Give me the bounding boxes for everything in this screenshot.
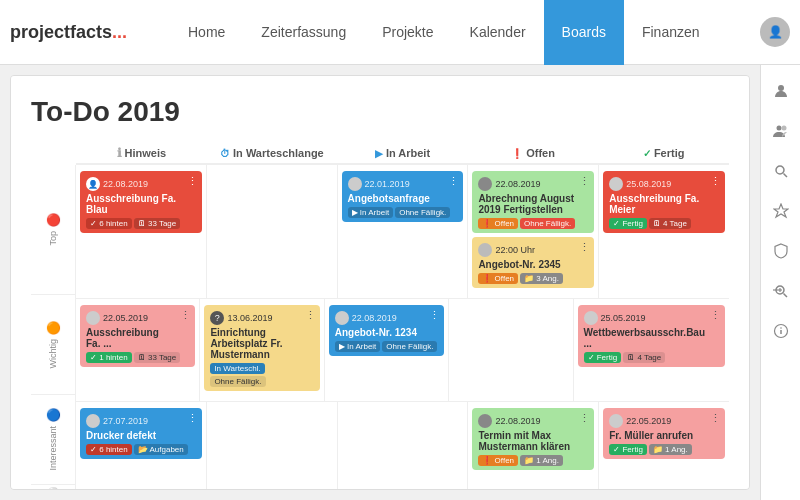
board-row-interessant: 27.07.2019 Drucker defekt ⋮ ✓ 6 hinten 📂… (76, 402, 729, 490)
svg-line-7 (783, 294, 787, 298)
sidebar-icon-shield[interactable] (765, 235, 797, 267)
cell-int-arbeit (338, 402, 469, 490)
svg-point-0 (778, 85, 784, 91)
logo: projectfacts... (10, 22, 140, 43)
topnav: projectfacts... Home Zeiterfassung Proje… (0, 0, 800, 65)
cell-top-warteschlange (207, 165, 338, 298)
nav-kalender[interactable]: Kalender (452, 0, 544, 65)
nav: Home Zeiterfassung Projekte Kalender Boa… (170, 0, 760, 65)
sidebar-icon-zoom[interactable] (765, 275, 797, 307)
cell-wichtig-arbeit: 22.08.2019 Angebot-Nr. 1234 ⋮ ▶ In Arbei… (325, 299, 449, 401)
col-header-hinweis: ℹ Hinweis (76, 143, 207, 165)
row-label-top: 🔴 Top (31, 165, 76, 295)
card-fr-mueller[interactable]: 22.05.2019 Fr. Müller anrufen ⋮ ✓ Fertig… (603, 408, 725, 459)
avatar[interactable]: 👤 (760, 17, 790, 47)
svg-point-2 (781, 126, 786, 131)
cell-int-warteschlange (207, 402, 338, 490)
card-ausschreibung-light[interactable]: 22.05.2019 Ausschreibung Fa. ... ⋮ ✓ 1 h… (80, 305, 195, 367)
col-headers: ℹ Hinweis ⏱ In Warteschlange ▶ In Arbeit (76, 143, 729, 165)
card-angebot-1234[interactable]: 22.08.2019 Angebot-Nr. 1234 ⋮ ▶ In Arbei… (329, 305, 444, 356)
board-row-top: 👤 22.08.2019 Ausschreibung Fa. Blau ⋮ ✓ … (76, 165, 729, 299)
row-label-wichtig: 🟠 Wichtig (31, 295, 76, 395)
col-header-arbeit: ▶ In Arbeit (337, 143, 468, 165)
col-header-fertig: ✓ Fertig (598, 143, 729, 165)
sidebar-icon-users[interactable] (765, 115, 797, 147)
nav-finanzen[interactable]: Finanzen (624, 0, 718, 65)
cell-top-hinweis: 👤 22.08.2019 Ausschreibung Fa. Blau ⋮ ✓ … (76, 165, 207, 298)
cell-int-offen: 22.08.2019 Termin mit Max Mustermann klä… (468, 402, 599, 490)
nav-zeiterfassung[interactable]: Zeiterfassung (243, 0, 364, 65)
sidebar-icon-info[interactable] (765, 315, 797, 347)
nav-home[interactable]: Home (170, 0, 243, 65)
cell-top-fertig: 25.08.2019 Ausschreibung Fa. Meier ⋮ ✓ F… (599, 165, 729, 298)
card-abrechnung-aug[interactable]: 22.08.2019 Abrechnung August 2019 Fertig… (472, 171, 594, 233)
cell-wichtig-warteschlange: ? 13.06.2019 Einrichtung Arbeitsplatz Fr… (200, 299, 324, 401)
cell-int-hinweis: 27.07.2019 Drucker defekt ⋮ ✓ 6 hinten 📂… (76, 402, 207, 490)
svg-line-4 (783, 174, 787, 178)
card-angebotsanfrage[interactable]: 22.01.2019 Angebotsanfrage ⋮ ▶ In Arbeit… (342, 171, 464, 222)
card-einrichtung-arbeitsplatz[interactable]: ? 13.06.2019 Einrichtung Arbeitsplatz Fr… (204, 305, 319, 391)
board-content: To-Do 2019 🔴 Top 🟠 Wichtig 🔵 Interessan (10, 75, 750, 490)
card-wettbewerb[interactable]: 25.05.2019 Wettbewerbsausschr.Bau ... ⋮ … (578, 305, 726, 367)
col-header-offen: ❗ Offen (468, 143, 599, 165)
card-angebot-2345[interactable]: 22:00 Uhr Angebot-Nr. 2345 ⋮ ❗ Offen 📁 3… (472, 237, 594, 288)
cell-int-fertig: 22.05.2019 Fr. Müller anrufen ⋮ ✓ Fertig… (599, 402, 729, 490)
columns-area: ℹ Hinweis ⏱ In Warteschlange ▶ In Arbeit (76, 143, 729, 490)
row-labels: 🔴 Top 🟠 Wichtig 🔵 Interessant ⚪ Niedrige… (31, 165, 76, 490)
card-ausschreibung-blau[interactable]: 👤 22.08.2019 Ausschreibung Fa. Blau ⋮ ✓ … (80, 171, 202, 233)
sidebar-icon-person[interactable] (765, 75, 797, 107)
main-container: To-Do 2019 🔴 Top 🟠 Wichtig 🔵 Interessan (0, 65, 800, 500)
cell-wichtig-offen (449, 299, 573, 401)
svg-point-12 (780, 327, 782, 329)
sidebar-icon-search[interactable] (765, 155, 797, 187)
cell-wichtig-hinweis: 22.05.2019 Ausschreibung Fa. ... ⋮ ✓ 1 h… (76, 299, 200, 401)
svg-point-1 (776, 126, 781, 131)
card-ausschreibung-meier[interactable]: 25.08.2019 Ausschreibung Fa. Meier ⋮ ✓ F… (603, 171, 725, 233)
col-header-warteschlange: ⏱ In Warteschlange (207, 143, 338, 165)
card-drucker[interactable]: 27.07.2019 Drucker defekt ⋮ ✓ 6 hinten 📂… (80, 408, 202, 459)
row-label-interessant: 🔵 Interessant (31, 395, 76, 485)
cell-wichtig-fertig: 25.05.2019 Wettbewerbsausschr.Bau ... ⋮ … (574, 299, 730, 401)
svg-point-3 (776, 166, 784, 174)
card-termin-max[interactable]: 22.08.2019 Termin mit Max Mustermann klä… (472, 408, 594, 470)
nav-right: 👤 (760, 17, 790, 47)
row-label-niedrig: ⚪ Niedrige Priorität (31, 485, 76, 490)
board-row-wichtig: 22.05.2019 Ausschreibung Fa. ... ⋮ ✓ 1 h… (76, 299, 729, 402)
nav-projekte[interactable]: Projekte (364, 0, 451, 65)
cell-top-offen: 22.08.2019 Abrechnung August 2019 Fertig… (468, 165, 599, 298)
sidebar-icon-star[interactable] (765, 195, 797, 227)
svg-marker-5 (774, 204, 788, 217)
nav-boards[interactable]: Boards (544, 0, 624, 65)
right-sidebar (760, 65, 800, 500)
board-title: To-Do 2019 (31, 96, 729, 128)
cell-top-arbeit: 22.01.2019 Angebotsanfrage ⋮ ▶ In Arbeit… (338, 165, 469, 298)
